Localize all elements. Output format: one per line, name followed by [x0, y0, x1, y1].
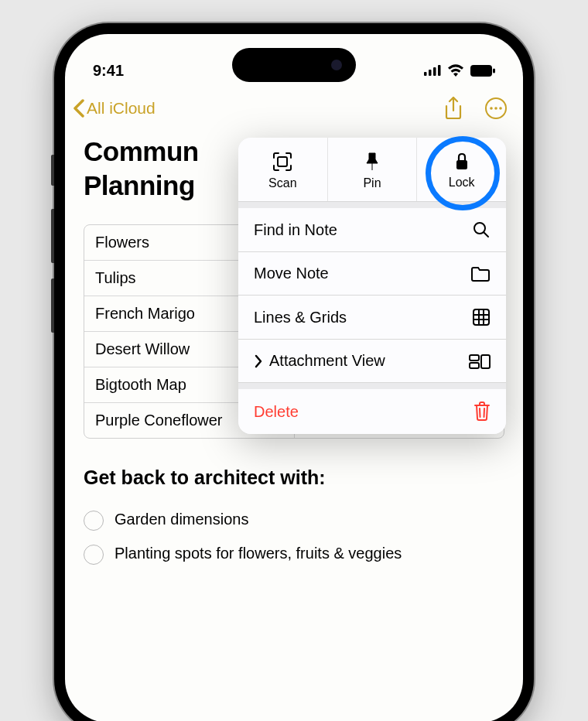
pin-button[interactable]: Pin: [328, 138, 418, 201]
status-time: 9:41: [93, 62, 124, 80]
menu-item-label: Delete: [254, 403, 299, 421]
svg-rect-14: [470, 355, 479, 360]
battery-icon: [470, 65, 495, 77]
svg-rect-3: [438, 65, 441, 76]
find-in-note-item[interactable]: Find in Note: [238, 208, 506, 252]
trash-icon: [473, 402, 491, 422]
checklist-text[interactable]: Garden dimensions: [115, 509, 248, 530]
scan-label: Scan: [268, 176, 296, 190]
scan-icon: [272, 152, 292, 172]
cellular-icon: [424, 65, 441, 76]
wifi-icon: [447, 64, 464, 77]
svg-point-8: [494, 107, 497, 110]
move-note-item[interactable]: Move Note: [238, 252, 506, 296]
grid-icon: [472, 308, 491, 326]
volume-down-button: [51, 278, 54, 333]
lock-label: Lock: [449, 176, 475, 190]
svg-rect-11: [456, 160, 467, 169]
checkbox-empty-icon[interactable]: [84, 545, 104, 565]
lock-icon: [454, 152, 470, 171]
section-heading[interactable]: Get back to architect with:: [84, 466, 504, 489]
status-indicators: [424, 64, 495, 77]
svg-rect-13: [473, 309, 489, 325]
back-label: All iCloud: [87, 99, 156, 118]
folder-icon: [470, 265, 491, 282]
phone-frame: 9:41 All iCloud Commun Planning: [54, 23, 534, 721]
svg-rect-4: [470, 65, 492, 77]
svg-rect-10: [278, 157, 287, 166]
volume-up-button: [51, 209, 54, 263]
lines-grids-item[interactable]: Lines & Grids: [238, 296, 506, 340]
menu-item-label: Move Note: [254, 265, 329, 282]
delete-item[interactable]: Delete: [238, 389, 506, 434]
back-button[interactable]: All iCloud: [73, 99, 156, 118]
svg-rect-5: [493, 68, 495, 73]
divider: [238, 383, 506, 389]
share-icon[interactable]: [444, 97, 463, 120]
svg-rect-1: [429, 70, 432, 76]
pin-label: Pin: [363, 176, 381, 190]
svg-rect-2: [433, 67, 436, 76]
scan-button[interactable]: Scan: [238, 138, 328, 201]
checklist-item[interactable]: Planting spots for flowers, fruits & veg…: [84, 537, 504, 571]
chevron-right-icon: [254, 354, 263, 368]
popover-top-actions: Scan Pin Lock: [238, 138, 506, 202]
pin-icon: [364, 152, 380, 172]
svg-point-7: [490, 107, 493, 110]
svg-rect-16: [481, 355, 490, 368]
menu-item-label: Find in Note: [254, 221, 337, 239]
search-icon: [472, 220, 491, 239]
menu-item-label: Attachment View: [269, 352, 385, 370]
lock-button[interactable]: Lock: [417, 138, 506, 201]
screen: 9:41 All iCloud Commun Planning: [65, 34, 523, 721]
attachment-view-icon: [469, 354, 491, 369]
nav-bar: All iCloud: [65, 88, 523, 128]
checkbox-empty-icon[interactable]: [84, 511, 104, 531]
svg-point-9: [499, 107, 502, 110]
checklist-text[interactable]: Planting spots for flowers, fruits & veg…: [115, 543, 402, 564]
dynamic-island: [232, 48, 356, 82]
popover-menu-list: Find in Note Move Note Lines & Grids Att…: [238, 208, 506, 434]
svg-rect-15: [470, 363, 479, 368]
side-button: [51, 155, 54, 186]
chevron-left-icon: [73, 99, 85, 118]
context-menu-popover: Scan Pin Lock Find in Note Move No: [238, 138, 506, 434]
more-icon[interactable]: [484, 97, 508, 120]
menu-item-label: Lines & Grids: [254, 309, 347, 326]
attachment-view-item[interactable]: Attachment View: [238, 340, 506, 383]
svg-rect-0: [424, 72, 427, 76]
divider: [238, 202, 506, 208]
checklist-item[interactable]: Garden dimensions: [84, 503, 504, 537]
